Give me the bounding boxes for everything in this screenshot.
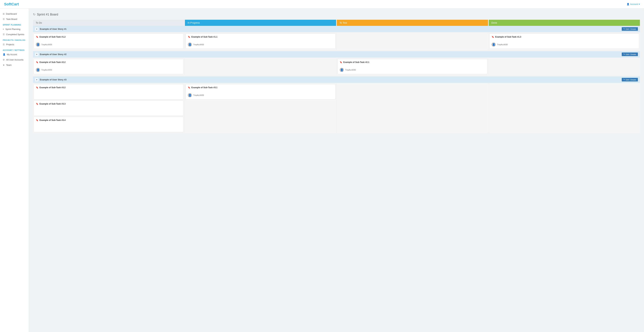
us1-title: Example of User Story #1 bbox=[40, 28, 66, 30]
task-icon: 🔖 bbox=[188, 36, 190, 38]
sprint-planning-icon: ≡ bbox=[3, 28, 4, 30]
col-done-label: Done bbox=[492, 21, 497, 24]
us1-collapse-btn[interactable]: ▾ bbox=[35, 27, 38, 31]
sidebar-label-completed-sprints: Completed Sprints bbox=[6, 33, 24, 36]
us2-done-cell bbox=[489, 58, 640, 75]
task-3-3-label: Example of Sub-Task #3.3 bbox=[40, 103, 66, 105]
task-card-2-1[interactable]: 🔖 Example of Sub-Task #2.1 👤 TmpAccW30 bbox=[338, 59, 487, 74]
us2-cards-grid: 🔖 Example of Sub-Task #2.2 👤 TmpAccW30 🔖 bbox=[33, 58, 640, 75]
assignee-2-2: TmpAccW30 bbox=[41, 69, 52, 71]
us2-collapse-btn[interactable]: ▾ bbox=[35, 53, 38, 56]
task-3-1-label: Example of Sub-Task #3.1 bbox=[191, 86, 218, 89]
us1-cards-grid: 🔖 Example of Sub-Task #1.2 👤 TmpAccW30 🔖… bbox=[33, 33, 640, 50]
task-icon: 🔖 bbox=[188, 86, 190, 89]
us2-title: Example of User Story #2 bbox=[40, 53, 66, 56]
col-header-todo: To Do bbox=[33, 20, 184, 26]
task-icon: 🔖 bbox=[36, 119, 38, 121]
sidebar-item-completed-sprints[interactable]: ☰ Completed Sprints bbox=[0, 32, 29, 37]
task-3-1-footer: 👤 TmpAccW30 bbox=[188, 93, 333, 97]
us2-inprogress-cell bbox=[185, 58, 336, 75]
task-icon: 🔖 bbox=[36, 36, 38, 38]
avatar-2-1: 👤 bbox=[340, 68, 344, 72]
page-title-text: Sprint #1 Board bbox=[37, 13, 58, 16]
section-sprint-planning: SPRINT PLANNING bbox=[0, 22, 29, 26]
account-label: Account bbox=[630, 3, 638, 5]
sidebar-item-task-board[interactable]: ☰ Task Board bbox=[0, 16, 29, 22]
col-header-inprogress: In Progress bbox=[185, 20, 336, 26]
task-card-3-1[interactable]: 🔖 Example of Sub-Task #3.1 👤 TmpAccW30 bbox=[186, 84, 336, 99]
task-icon: 🔖 bbox=[36, 61, 38, 63]
us2-todo-cell: 🔖 Example of Sub-Task #2.2 👤 TmpAccW30 bbox=[33, 58, 184, 75]
us3-title: Example of User Story #3 bbox=[40, 78, 66, 81]
task-1-1-label: Example of Sub-Task #1.1 bbox=[191, 36, 218, 38]
user-story-1: ▾ Example of User Story #1 ✎ Edit / Deta… bbox=[33, 26, 640, 50]
board-columns-header: To Do In Progress To Test Done bbox=[33, 20, 640, 26]
task-1-2-label: Example of Sub-Task #1.2 bbox=[40, 36, 66, 38]
dashboard-icon: ⊞ bbox=[3, 12, 4, 15]
task-1-3-footer: 👤 TmpAccW30 bbox=[492, 42, 637, 46]
task-3-2-title: 🔖 Example of Sub-Task #3.2 bbox=[36, 86, 181, 89]
task-icon: 🔖 bbox=[36, 86, 38, 89]
us3-edit-details-btn[interactable]: ✎ Edit / Details bbox=[622, 78, 638, 81]
sidebar-label-sprint-planning: Sprint Planning bbox=[6, 28, 20, 30]
us1-header-left: ▾ Example of User Story #1 bbox=[35, 27, 66, 31]
us2-header-left: ▾ Example of User Story #2 bbox=[35, 53, 66, 56]
task-1-3-title: 🔖 Example of Sub-Task #1.3 bbox=[492, 36, 637, 38]
task-2-1-title: 🔖 Example of Sub-Task #2.1 bbox=[340, 61, 485, 63]
assignee-1-1: TmpAccW30 bbox=[193, 43, 204, 45]
sidebar-item-dashboard[interactable]: ⊞ Dashboard bbox=[0, 11, 29, 16]
section-account-settings: ACCOUNT / SETTINGS bbox=[0, 47, 29, 52]
us1-edit-details-btn[interactable]: ✎ Edit / Details bbox=[622, 27, 638, 31]
us3-collapse-btn[interactable]: ▾ bbox=[35, 78, 38, 81]
task-1-1-title: 🔖 Example of Sub-Task #1.1 bbox=[188, 36, 333, 38]
avatar-1-1: 👤 bbox=[188, 42, 192, 46]
sidebar-item-all-user-accounts[interactable]: ⚙ All User Accounts bbox=[0, 57, 29, 62]
us3-cards-grid: 🔖 Example of Sub-Task #3.2 🔖 Example of … bbox=[33, 83, 640, 133]
sidebar-label-task-board: Task Board bbox=[6, 18, 17, 20]
account-menu[interactable]: 👤 Account ▾ bbox=[627, 3, 640, 5]
avatar-1-3: 👤 bbox=[492, 42, 496, 46]
task-card-1-1[interactable]: 🔖 Example of Sub-Task #1.1 👤 TmpAccW30 bbox=[186, 33, 336, 49]
task-card-3-3[interactable]: 🔖 Example of Sub-Task #3.3 bbox=[34, 100, 184, 116]
user-story-1-header: ▾ Example of User Story #1 ✎ Edit / Deta… bbox=[33, 26, 640, 32]
task-3-3-title: 🔖 Example of Sub-Task #3.3 bbox=[36, 103, 181, 105]
app-logo: SoftCart bbox=[4, 2, 19, 6]
assignee-2-1: TmpAccW30 bbox=[345, 69, 356, 71]
task-card-3-2[interactable]: 🔖 Example of Sub-Task #3.2 bbox=[34, 84, 184, 99]
all-user-accounts-icon: ⚙ bbox=[3, 58, 5, 61]
account-person-icon: 👤 bbox=[627, 3, 629, 5]
sidebar-item-team[interactable]: ★ Team bbox=[0, 62, 29, 68]
task-icon: 🔖 bbox=[36, 103, 38, 105]
task-card-3-4[interactable]: 🔖 Example of Sub-Task #3.4 bbox=[34, 117, 184, 132]
us3-totest-cell bbox=[337, 83, 488, 133]
sidebar-item-my-account[interactable]: 👤 My Accont bbox=[0, 52, 29, 57]
us2-edit-details-btn[interactable]: ✎ Edit / Details bbox=[622, 52, 638, 56]
task-2-1-footer: 👤 TmpAccW30 bbox=[340, 68, 485, 72]
task-icon: 🔖 bbox=[340, 61, 342, 63]
task-1-2-title: 🔖 Example of Sub-Task #1.2 bbox=[36, 36, 181, 38]
sidebar-label-dashboard: Dashboard bbox=[6, 12, 17, 15]
us1-done-cell: 🔖 Example of Sub-Task #1.3 👤 TmpAccW30 bbox=[489, 33, 640, 50]
task-3-2-label: Example of Sub-Task #3.2 bbox=[40, 86, 66, 89]
refresh-icon: ↻ bbox=[33, 12, 36, 16]
us2-edit-label: Edit / Details bbox=[626, 53, 636, 55]
us1-edit-icon: ✎ bbox=[624, 28, 625, 30]
assignee-1-3: TmpAccW30 bbox=[497, 43, 508, 45]
sidebar-label-all-user-accounts: All User Accounts bbox=[6, 58, 24, 61]
avatar-2-2: 👤 bbox=[36, 68, 40, 72]
page-title-bar: ↻ Sprint #1 Board bbox=[33, 12, 640, 16]
my-account-icon: 👤 bbox=[3, 53, 6, 56]
projects-icon: ☰ bbox=[3, 43, 5, 46]
task-card-1-3[interactable]: 🔖 Example of Sub-Task #1.3 👤 TmpAccW30 bbox=[490, 33, 639, 49]
col-totest-label: To Test bbox=[340, 21, 347, 24]
col-header-done: Done bbox=[489, 20, 640, 26]
task-3-4-label: Example of Sub-Task #3.4 bbox=[40, 119, 66, 121]
task-card-1-2[interactable]: 🔖 Example of Sub-Task #1.2 👤 TmpAccW30 bbox=[34, 33, 184, 49]
sidebar: ⊞ Dashboard ☰ Task Board SPRINT PLANNING… bbox=[0, 8, 29, 332]
sidebar-item-projects[interactable]: ☰ Projects bbox=[0, 42, 29, 47]
us2-totest-cell: 🔖 Example of Sub-Task #2.1 👤 TmpAccW30 bbox=[337, 58, 488, 75]
sidebar-item-sprint-planning[interactable]: ≡ Sprint Planning bbox=[0, 26, 29, 32]
us1-totest-cell bbox=[337, 33, 488, 50]
task-card-2-2[interactable]: 🔖 Example of Sub-Task #2.2 👤 TmpAccW30 bbox=[34, 59, 184, 74]
task-3-4-title: 🔖 Example of Sub-Task #3.4 bbox=[36, 119, 181, 121]
